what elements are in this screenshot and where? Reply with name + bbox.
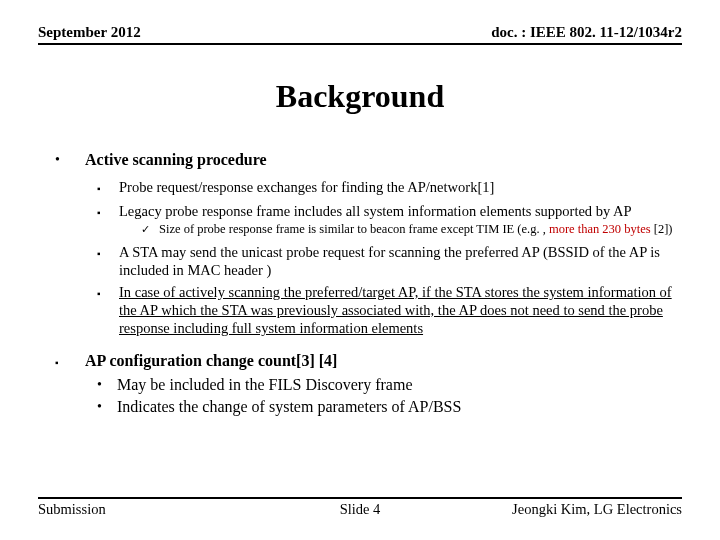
square-bullet-icon: ▪ [97,243,119,279]
check-text: Size of probe response frame is similar … [159,222,673,237]
footer-slide-number: Slide 4 [38,501,682,518]
section-heading: AP configuration change count[3] [4] [85,351,337,373]
list-item: ▪ A STA may send the unicast probe reque… [97,243,682,279]
check-suffix: [2]) [654,222,673,236]
item-text: Legacy probe response frame includes all… [119,202,673,239]
square-bullet-icon: ▪ [97,202,119,239]
header-doc-id: doc. : IEEE 802. 11-12/1034r2 [491,24,682,41]
item-text-inner: Legacy probe response frame includes all… [119,203,632,219]
list-item: ▪ Probe request/response exchanges for f… [97,178,682,198]
item-text: Probe request/response exchanges for fin… [119,178,494,198]
slide-header: September 2012 doc. : IEEE 802. 11-12/10… [38,24,682,45]
slide-content: • Active scanning procedure ▪ Probe requ… [55,150,682,419]
check-prefix: Size of probe response frame is similar … [159,222,549,236]
bullet-item: • Active scanning procedure [55,150,682,170]
square-bullet-icon: ▪ [97,283,119,337]
slide-footer: Submission Slide 4 Jeongki Kim, LG Elect… [38,497,682,518]
square-bullet-icon: ▪ [55,351,85,373]
header-date: September 2012 [38,24,141,41]
item-text: May be included in the FILS Discovery fr… [117,375,412,395]
slide-title: Background [0,78,720,115]
check-bullet-icon: ✓ [141,222,159,237]
dot-bullet-icon: • [97,375,117,395]
square-bullet-icon: ▪ [97,178,119,198]
dot-bullet-icon: • [97,397,117,417]
item-text: A STA may send the unicast probe request… [119,243,682,279]
list-item: • Indicates the change of system paramet… [97,397,682,417]
dot-bullet-icon: • [55,150,85,170]
check-list: ✓ Size of probe response frame is simila… [141,222,673,237]
section-heading: Active scanning procedure [85,150,267,170]
list-item: ▪ Legacy probe response frame includes a… [97,202,682,239]
item-text: Indicates the change of system parameter… [117,397,461,417]
sub-list: • May be included in the FILS Discovery … [97,375,682,417]
sub-list: ▪ Probe request/response exchanges for f… [97,178,682,337]
check-item: ✓ Size of probe response frame is simila… [141,222,673,237]
item-text-underlined: In case of actively scanning the preferr… [119,283,682,337]
list-item: ▪ In case of actively scanning the prefe… [97,283,682,337]
list-item: • May be included in the FILS Discovery … [97,375,682,395]
bullet-item: ▪ AP configuration change count[3] [4] [55,351,682,373]
check-highlight: more than 230 bytes [549,222,654,236]
